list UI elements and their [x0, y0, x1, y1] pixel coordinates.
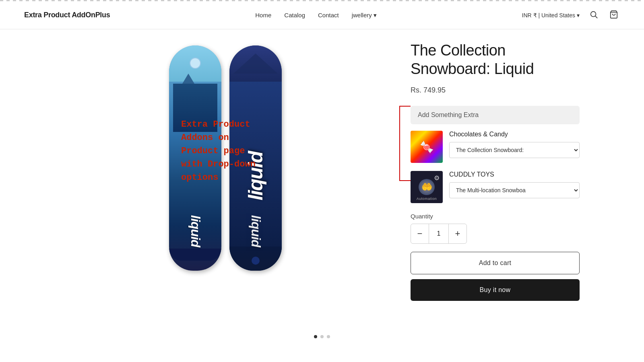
cart-icon	[609, 10, 618, 19]
nav-home[interactable]: Home	[255, 12, 271, 19]
pagination-dot-1	[320, 335, 324, 338]
quantity-value: 1	[429, 224, 449, 243]
hand-glow-visual: 🤲	[419, 179, 435, 195]
addon-toys-name: CUDDLY TOYS	[449, 171, 580, 178]
cart-button[interactable]	[608, 8, 620, 22]
addon-item-chocolates: 🍬 Chocolates & Candy The Collection Snow…	[411, 131, 580, 163]
addon-item-toys: ⚙ 🤲 Automation CUDDLY TOYS The Multi-loc…	[411, 171, 580, 203]
pagination-dot-2	[327, 335, 330, 338]
chevron-down-icon: ▾	[374, 12, 377, 19]
automation-label: Automation	[411, 197, 443, 201]
chevron-down-icon: ▾	[577, 12, 580, 19]
chocolates-image: 🍬	[411, 131, 443, 163]
header-right: INR ₹ | United States ▾	[522, 8, 620, 22]
pagination-dots	[0, 327, 644, 346]
red-bracket-indicator	[399, 106, 411, 181]
search-button[interactable]	[588, 8, 600, 22]
quantity-decrease-button[interactable]: −	[411, 224, 429, 243]
buy-now-button[interactable]: Buy it now	[411, 279, 580, 301]
snowboard-container: liquid	[169, 45, 282, 271]
product-images-area: liquid Extra Product Addons on Product p…	[64, 37, 386, 311]
addon-toys-select[interactable]: The Multi-location Snowboa Option 2 Opti…	[449, 182, 580, 198]
product-price: Rs. 749.95	[411, 86, 580, 95]
site-header: Extra Product AddOnPlus Home Catalog Con…	[0, 1, 644, 29]
nav-jwellery-dropdown[interactable]: jwellery ▾	[352, 12, 377, 19]
addon-chocolates-select[interactable]: The Collection Snowboard: Option 2 Optio…	[449, 142, 580, 158]
toys-image: ⚙ 🤲 Automation	[411, 171, 443, 203]
gear-icon: ⚙	[434, 174, 440, 182]
nav-contact[interactable]: Contact	[318, 12, 339, 19]
quantity-label: Quantity	[411, 213, 580, 220]
addon-chocolates-info: Chocolates & Candy The Collection Snowbo…	[449, 131, 580, 158]
quantity-section: Quantity − 1 +	[411, 213, 580, 244]
main-nav: Home Catalog Contact jwellery ▾	[255, 12, 376, 19]
snowboard-image-right: liquid	[229, 45, 282, 271]
nav-catalog[interactable]: Catalog	[284, 12, 305, 19]
add-extra-label: Add Something Extra	[411, 106, 580, 124]
snowboard-image-left	[169, 45, 221, 271]
main-content: liquid Extra Product Addons on Product p…	[40, 29, 604, 327]
add-extra-section: Add Something Extra 🍬 Chocolates & Candy…	[411, 106, 580, 203]
product-details: The Collection Snowboard: Liquid Rs. 749…	[411, 37, 580, 311]
addon-chocolates-name: Chocolates & Candy	[449, 131, 580, 138]
currency-selector[interactable]: INR ₹ | United States ▾	[522, 12, 580, 19]
addon-toys-info: CUDDLY TOYS The Multi-location Snowboa O…	[449, 171, 580, 198]
pagination-dot-active	[314, 335, 317, 338]
add-to-cart-button[interactable]: Add to cart	[411, 252, 580, 274]
quantity-controls: − 1 +	[411, 224, 467, 244]
product-title: The Collection Snowboard: Liquid	[411, 41, 580, 78]
search-icon	[589, 10, 598, 19]
svg-line-1	[595, 16, 597, 18]
svg-point-0	[591, 12, 596, 17]
site-logo[interactable]: Extra Product AddOnPlus	[24, 11, 110, 19]
quantity-increase-button[interactable]: +	[449, 224, 466, 243]
